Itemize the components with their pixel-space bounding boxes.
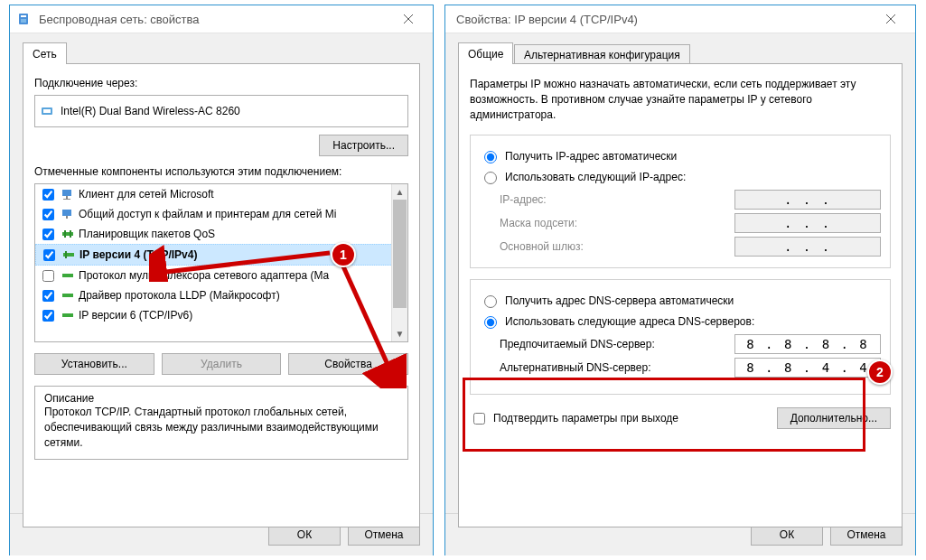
list-item[interactable]: Общий доступ к файлам и принтерам для се…	[35, 204, 407, 224]
tab-alternative[interactable]: Альтернативная конфигурация	[514, 44, 690, 65]
list-item[interactable]: Драйвер протокола LLDP (Майкрософт)	[35, 285, 407, 305]
scrollbar[interactable]: ▲ ▼	[391, 184, 407, 341]
checkbox[interactable]	[42, 209, 54, 220]
radio-auto-ip[interactable]: Получить IP-адрес автоматически	[480, 148, 881, 163]
protocol-icon	[61, 308, 75, 322]
preferred-dns-input[interactable]: 8 . 8 . 8 . 8	[734, 334, 881, 354]
subnet-mask-input: . . .	[734, 213, 881, 233]
description-group: Описание Протокол TCP/IP. Стандартный пр…	[34, 386, 408, 460]
properties-button[interactable]: Свойства	[288, 353, 408, 375]
checkbox[interactable]	[42, 270, 54, 282]
subnet-mask-label: Маска подсети:	[500, 217, 734, 229]
gateway-input: . . .	[734, 237, 881, 257]
checkbox[interactable]	[42, 310, 54, 322]
adapter-icon	[41, 104, 55, 118]
scroll-down-icon[interactable]: ▼	[392, 326, 407, 341]
scroll-up-icon[interactable]: ▲	[392, 184, 407, 200]
radio-label: Получить IP-адрес автоматически	[505, 150, 677, 163]
ip-address-group: Получить IP-адрес автоматически Использо…	[470, 135, 891, 268]
item-label: IP версии 4 (TCP/IPv4)	[80, 248, 197, 261]
titlebar[interactable]: Свойства: IP версии 4 (TCP/IPv4)	[445, 5, 915, 33]
radio-label: Получить адрес DNS-сервера автоматически	[505, 294, 734, 307]
svg-rect-8	[62, 210, 71, 216]
list-item[interactable]: IP версии 6 (TCP/IPv6)	[35, 305, 407, 325]
close-button[interactable]	[389, 5, 427, 33]
install-button[interactable]: Установить...	[34, 353, 154, 375]
list-item[interactable]: Протокол мультиплексора сетевого адаптер…	[35, 266, 407, 285]
svg-rect-2	[21, 19, 26, 23]
window-title: Беспроводная сеть: свойства	[39, 13, 389, 26]
radio[interactable]	[484, 295, 497, 308]
advanced-button[interactable]: Дополнительно...	[777, 407, 891, 429]
svg-rect-13	[63, 253, 74, 257]
uninstall-button[interactable]: Удалить	[162, 353, 282, 375]
item-label: Клиент для сетей Microsoft	[79, 188, 214, 201]
panel-network: Подключение через: Intel(R) Dual Band Wi…	[23, 63, 420, 527]
info-text: Параметры IP можно назначать автоматичес…	[470, 77, 891, 122]
window-title: Свойства: IP версии 4 (TCP/IPv4)	[456, 13, 872, 26]
item-label: Планировщик пакетов QoS	[79, 228, 215, 240]
description-text: Протокол TCP/IP. Стандартный протокол гл…	[44, 405, 398, 450]
ipv4-properties-window: Свойства: IP версии 4 (TCP/IPv4) Общие А…	[444, 5, 916, 555]
radio-manual-dns[interactable]: Использовать следующие адреса DNS-сервер…	[480, 313, 881, 329]
confirm-on-exit[interactable]: Подтвердить параметры при выходе	[470, 410, 777, 427]
configure-button[interactable]: Настроить...	[319, 135, 408, 156]
radio[interactable]	[484, 151, 497, 163]
adapter-display[interactable]: Intel(R) Dual Band Wireless-AC 8260	[34, 95, 408, 127]
confirm-label: Подтвердить параметры при выходе	[493, 412, 678, 425]
adapter-name: Intel(R) Dual Band Wireless-AC 8260	[61, 105, 240, 117]
window-body: Общие Альтернативная конфигурация Параме…	[445, 33, 915, 555]
item-label: Драйвер протокола LLDP (Майкрософт)	[79, 289, 280, 302]
callout-2: 2	[867, 359, 893, 385]
close-button[interactable]	[872, 5, 910, 33]
preferred-dns-label: Предпочитаемый DNS-сервер:	[500, 338, 734, 350]
svg-rect-1	[21, 15, 26, 17]
svg-rect-6	[66, 196, 68, 199]
checkbox[interactable]	[43, 249, 55, 261]
tab-general[interactable]: Общие	[458, 42, 513, 64]
checkbox[interactable]	[42, 290, 54, 302]
radio[interactable]	[484, 316, 497, 329]
svg-rect-9	[66, 216, 68, 219]
tab-network[interactable]: Сеть	[23, 42, 67, 64]
list-item[interactable]: Планировщик пакетов QoS	[35, 224, 407, 244]
scrollbar-thumb[interactable]	[393, 200, 407, 308]
alternate-dns-input[interactable]: 8 . 8 . 4 . 4	[734, 358, 881, 378]
checkbox[interactable]	[42, 229, 54, 240]
svg-rect-16	[62, 294, 73, 297]
ip-address-label: IP-адрес:	[500, 193, 734, 206]
svg-rect-10	[62, 232, 73, 236]
svg-rect-7	[63, 199, 70, 200]
protocol-icon	[61, 247, 76, 262]
gateway-label: Основной шлюз:	[500, 240, 734, 253]
connect-via-label: Подключение через:	[34, 77, 408, 89]
titlebar[interactable]: Беспроводная сеть: свойства	[10, 5, 433, 33]
radio[interactable]	[484, 172, 497, 184]
wireless-properties-window: Беспроводная сеть: свойства Сеть Подключ…	[9, 5, 434, 555]
dns-group: Получить адрес DNS-сервера автоматически…	[470, 279, 891, 395]
network-card-icon	[15, 11, 32, 27]
checkbox[interactable]	[42, 189, 54, 201]
item-label: Общий доступ к файлам и принтерам для се…	[79, 208, 336, 220]
radio-manual-ip[interactable]: Использовать следующий IP-адрес:	[480, 169, 881, 184]
radio-label: Использовать следующие адреса DNS-сервер…	[505, 315, 754, 328]
panel-general: Параметры IP можно назначать автоматичес…	[458, 63, 903, 527]
share-icon	[61, 207, 75, 221]
radio-auto-dns[interactable]: Получить адрес DNS-сервера автоматически	[480, 293, 881, 308]
checkbox[interactable]	[473, 413, 485, 425]
svg-rect-17	[62, 313, 73, 317]
description-label: Описание	[41, 392, 98, 405]
svg-rect-12	[70, 230, 71, 238]
item-label: Протокол мультиплексора сетевого адаптер…	[79, 269, 329, 282]
window-body: Сеть Подключение через: Intel(R) Dual Ba…	[10, 33, 433, 555]
protocol-icon	[61, 288, 75, 303]
svg-rect-14	[65, 251, 67, 258]
ip-address-input: . . .	[734, 190, 881, 210]
svg-rect-11	[64, 230, 66, 238]
alternate-dns-label: Альтернативный DNS-сервер:	[500, 361, 734, 374]
list-item[interactable]: Клиент для сетей Microsoft	[35, 184, 407, 204]
callout-1: 1	[331, 242, 356, 267]
svg-rect-4	[43, 109, 51, 113]
protocol-icon	[61, 268, 75, 283]
qos-icon	[61, 227, 75, 241]
